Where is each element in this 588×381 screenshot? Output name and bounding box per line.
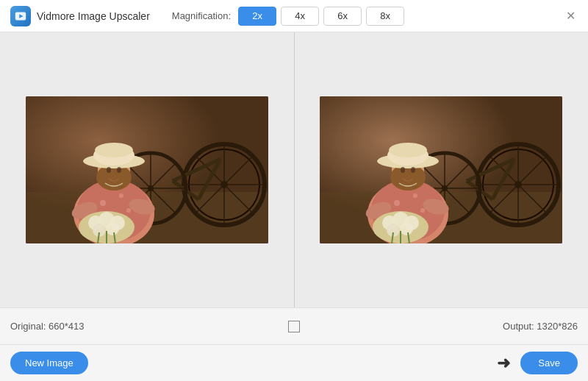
svg-point-77 (401, 167, 405, 173)
main-area (0, 32, 588, 307)
title-bar: Vidmore Image Upscaler Magnification: 2x… (0, 0, 588, 32)
new-image-button[interactable]: New Image (10, 352, 88, 374)
magnification-buttons: 2x 4x 6x 8x (238, 7, 404, 26)
output-photo (320, 96, 562, 243)
svg-point-66 (394, 200, 400, 206)
mag-8x-button[interactable]: 8x (366, 7, 404, 26)
original-dimensions: Original: 660*413 (10, 321, 84, 332)
mag-2x-button[interactable]: 2x (238, 7, 276, 26)
original-photo (26, 96, 268, 243)
right-actions: ➜ Save (497, 352, 578, 374)
svg-point-23 (100, 200, 106, 206)
magnification-label: Magnification: (172, 10, 231, 21)
arrow-right-icon: ➜ (497, 354, 510, 373)
app-title: Vidmore Image Upscaler (37, 10, 150, 22)
output-image-panel (295, 32, 589, 307)
svg-point-76 (389, 143, 427, 157)
svg-point-84 (400, 222, 413, 235)
expand-icon (288, 321, 300, 332)
svg-point-26 (126, 208, 131, 213)
mag-6x-button[interactable]: 6x (323, 7, 362, 26)
svg-point-33 (95, 143, 133, 157)
svg-point-69 (420, 208, 425, 213)
svg-point-35 (117, 167, 121, 173)
close-button[interactable]: ✕ (563, 9, 578, 24)
save-button[interactable]: Save (520, 352, 578, 374)
svg-point-78 (411, 167, 415, 173)
svg-point-24 (119, 193, 123, 198)
output-dimensions: Output: 1320*826 (503, 321, 578, 332)
original-image-panel (0, 32, 294, 307)
svg-point-67 (413, 193, 417, 198)
bottom-bar: New Image ➜ Save (0, 344, 588, 381)
expand-control[interactable] (288, 321, 300, 332)
svg-point-41 (106, 222, 119, 235)
svg-point-34 (107, 167, 111, 173)
mag-4x-button[interactable]: 4x (281, 7, 319, 26)
info-bar: Original: 660*413 Output: 1320*826 (0, 307, 588, 344)
app-logo (10, 6, 31, 26)
